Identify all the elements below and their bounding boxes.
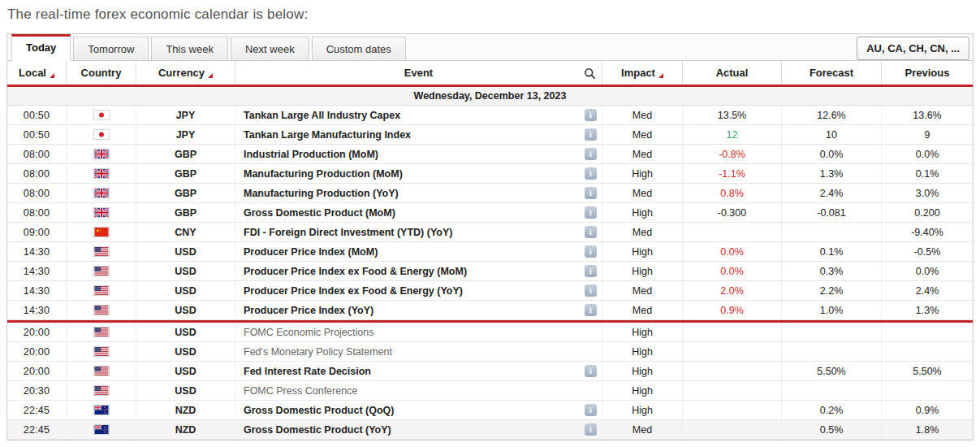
time-cell: 14:30: [7, 281, 66, 300]
column-header-currency[interactable]: Currency: [136, 61, 235, 85]
search-icon[interactable]: [584, 67, 596, 80]
tab-custom-dates[interactable]: Custom dates: [312, 37, 406, 60]
impact-cell: Med: [602, 145, 682, 163]
column-header-previous: Previous: [881, 61, 973, 85]
actual-value: 2.0%: [682, 281, 781, 300]
info-icon[interactable]: i: [585, 187, 597, 199]
table-header-row: Local Country Currency Event Impact Actu…: [7, 61, 973, 87]
flag-nz-icon: [93, 424, 110, 435]
previous-value: [881, 342, 973, 361]
event-row[interactable]: 14:30 USD Producer Price Index (MoM) i H…: [7, 242, 973, 262]
info-icon[interactable]: i: [585, 404, 597, 416]
previous-value: 9: [881, 125, 973, 144]
forecast-value: 0.1%: [781, 242, 881, 261]
info-icon[interactable]: i: [585, 284, 597, 297]
event-cell: Producer Price Index (YoY) i: [235, 301, 602, 319]
event-row[interactable]: 20:00 USD Fed's Monetary Policy Statemen…: [7, 342, 973, 362]
impact-cell: Med: [602, 420, 682, 439]
event-name: Gross Domestic Product (YoY): [244, 424, 391, 436]
event-row[interactable]: 09:00 CNY FDI - Foreign Direct Investmen…: [7, 223, 973, 242]
event-row[interactable]: 20:30 USD FOMC Press Conference High: [7, 381, 973, 401]
info-icon[interactable]: i: [585, 365, 597, 377]
currency-cell: GBP: [136, 184, 235, 202]
tab-tomorrow[interactable]: Tomorrow: [73, 37, 149, 60]
currency-cell: NZD: [136, 401, 235, 419]
info-icon[interactable]: i: [585, 128, 597, 141]
event-row[interactable]: 08:00 GBP Industrial Production (MoM) i …: [7, 145, 973, 164]
time-cell: 14:30: [7, 301, 66, 319]
info-icon[interactable]: i: [585, 245, 597, 258]
info-icon[interactable]: i: [585, 148, 597, 160]
event-row[interactable]: 22:45 NZD Gross Domestic Product (QoQ) i…: [7, 401, 973, 420]
previous-value: -0.5%: [881, 242, 973, 261]
info-icon[interactable]: i: [585, 167, 597, 180]
sort-triangle-icon: [658, 73, 663, 78]
info-icon[interactable]: i: [585, 265, 597, 277]
info-icon[interactable]: i: [585, 206, 597, 219]
event-row[interactable]: 14:30 USD Producer Price Index (YoY) i M…: [7, 301, 973, 320]
previous-value: 0.0%: [881, 145, 973, 163]
time-cell: 22:45: [7, 420, 66, 439]
event-row[interactable]: 08:00 GBP Manufacturing Production (MoM)…: [7, 164, 973, 184]
tab-this-week[interactable]: This week: [151, 37, 228, 60]
event-cell: Producer Price Index (MoM) i: [235, 242, 602, 261]
country-cell: [66, 281, 136, 300]
country-cell: [66, 184, 136, 202]
countries-filter-button[interactable]: AU, CA, CH, CN, ...: [857, 37, 969, 60]
event-row[interactable]: 20:00 USD Fed Interest Rate Decision i H…: [7, 362, 973, 381]
event-row[interactable]: 20:00 USD FOMC Economic Projections High: [7, 320, 973, 342]
currency-cell: JPY: [136, 125, 235, 144]
event-name: Manufacturing Production (MoM): [244, 168, 403, 180]
event-row[interactable]: 08:00 GBP Gross Domestic Product (MoM) i…: [7, 203, 973, 223]
event-row[interactable]: 22:45 NZD Gross Domestic Product (YoY) i…: [7, 420, 973, 440]
event-cell: Fed Interest Rate Decision i: [235, 362, 602, 380]
column-header-impact[interactable]: Impact: [602, 61, 682, 85]
event-name: Producer Price Index ex Food & Energy (M…: [244, 266, 467, 277]
actual-value: [682, 342, 781, 361]
info-icon[interactable]: i: [585, 226, 597, 238]
currency-cell: USD: [136, 262, 235, 280]
actual-value: 0.0%: [682, 262, 781, 280]
event-name: Gross Domestic Product (QoQ): [244, 405, 394, 416]
tab-today[interactable]: Today: [11, 34, 71, 61]
column-label-previous: Previous: [905, 67, 950, 79]
flag-us-icon: [93, 327, 110, 337]
actual-value: [682, 223, 781, 241]
event-row[interactable]: 14:30 USD Producer Price Index ex Food &…: [7, 281, 973, 301]
event-cell: Fed's Monetary Policy Statement: [235, 342, 602, 361]
event-name: Producer Price Index (MoM): [244, 246, 378, 258]
currency-cell: JPY: [136, 106, 235, 124]
sort-triangle-icon: [208, 73, 213, 78]
forecast-value: 10: [781, 125, 881, 144]
impact-cell: Med: [602, 184, 682, 202]
previous-value: -9.40%: [881, 223, 973, 241]
event-name: FOMC Economic Projections: [244, 327, 373, 338]
info-icon[interactable]: i: [585, 304, 597, 316]
event-row[interactable]: 14:30 USD Producer Price Index ex Food &…: [7, 262, 973, 281]
info-icon[interactable]: i: [585, 109, 597, 121]
column-header-local[interactable]: Local: [7, 61, 66, 85]
tab-next-week[interactable]: Next week: [231, 37, 309, 60]
event-row[interactable]: 00:50 JPY Tankan Large Manufacturing Ind…: [7, 125, 973, 145]
flag-us-icon: [93, 246, 110, 257]
country-cell: [66, 381, 136, 400]
country-cell: [66, 106, 136, 124]
forecast-value: 5.50%: [781, 362, 881, 380]
previous-value: 5.50%: [881, 362, 973, 380]
event-name: Tankan Large Manufacturing Index: [244, 129, 411, 141]
currency-cell: USD: [136, 342, 235, 361]
flag-jp-icon: [93, 129, 110, 140]
info-icon[interactable]: i: [585, 423, 597, 436]
actual-value: 0.0%: [682, 242, 781, 261]
impact-cell: High: [602, 323, 682, 341]
impact-cell: High: [602, 381, 682, 400]
time-cell: 00:50: [7, 125, 66, 144]
country-cell: [66, 125, 136, 144]
event-row[interactable]: 08:00 GBP Manufacturing Production (YoY)…: [7, 184, 973, 203]
event-row[interactable]: 00:50 JPY Tankan Large All Industry Cape…: [7, 106, 973, 125]
time-cell: 08:00: [7, 145, 66, 163]
event-cell: FDI - Foreign Direct Investment (YTD) (Y…: [235, 223, 602, 241]
currency-cell: USD: [136, 362, 235, 380]
currency-cell: CNY: [136, 223, 235, 241]
event-name: Producer Price Index (YoY): [244, 305, 373, 316]
